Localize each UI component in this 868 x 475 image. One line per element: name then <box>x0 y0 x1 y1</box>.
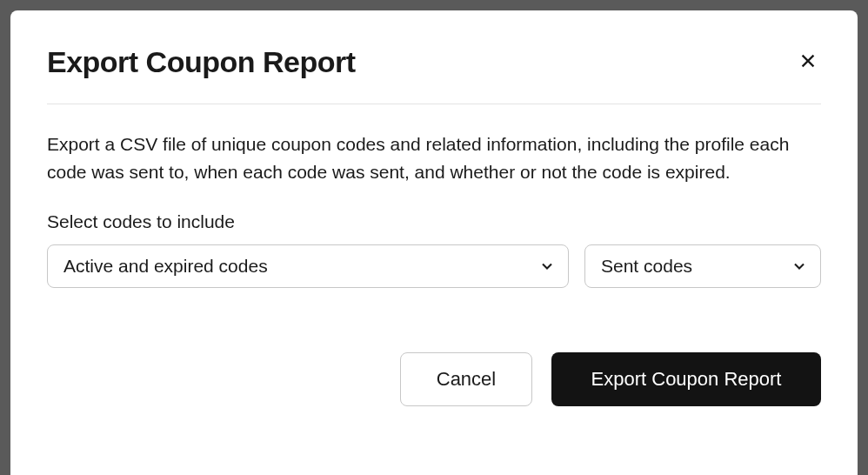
modal-header: Export Coupon Report <box>47 45 821 104</box>
sent-status-select-value: Sent codes <box>601 256 692 277</box>
chevron-down-icon <box>538 258 556 275</box>
modal-description: Export a CSV file of unique coupon codes… <box>47 130 821 185</box>
selects-row: Active and expired codes Sent codes <box>47 244 821 288</box>
modal-footer: Cancel Export Coupon Report <box>47 352 821 406</box>
close-button[interactable] <box>795 48 821 77</box>
cancel-button[interactable]: Cancel <box>400 352 532 406</box>
chevron-down-icon <box>791 258 808 275</box>
modal-title: Export Coupon Report <box>47 45 356 79</box>
code-status-select[interactable]: Active and expired codes <box>47 244 569 288</box>
close-icon <box>798 51 818 73</box>
export-coupon-report-modal: Export Coupon Report Export a CSV file o… <box>10 10 858 475</box>
code-status-select-value: Active and expired codes <box>63 256 268 277</box>
select-codes-label: Select codes to include <box>47 211 821 232</box>
export-button[interactable]: Export Coupon Report <box>551 352 821 406</box>
sent-status-select[interactable]: Sent codes <box>584 244 821 288</box>
